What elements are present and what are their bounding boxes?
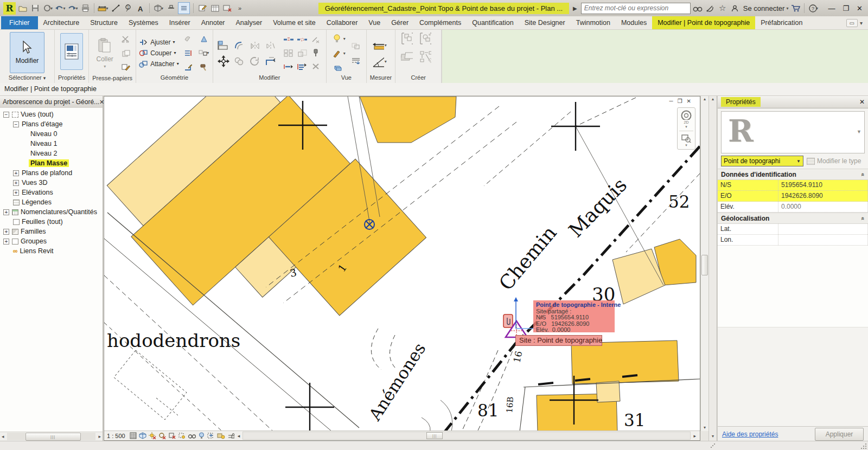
dropdown-arrow-icon[interactable]: ▾ [343,51,346,56]
panel-caption-selectionner[interactable]: Sélectionner ▾ [0,74,54,83]
building-s-pale[interactable] [596,381,620,402]
scroll-down-icon[interactable]: ▾ [709,433,717,440]
move-icon[interactable] [218,56,229,67]
temporary-hide-icon[interactable] [197,432,206,440]
help-icon[interactable]: ?▾ [808,3,819,14]
project-browser-header[interactable]: Arborescence du projet - Géoré... ✕ [0,96,103,108]
array-icon[interactable] [283,48,295,59]
thin-lines-icon[interactable] [178,2,190,14]
scroll-right-icon[interactable]: ▸ [692,433,697,439]
tab-gerer[interactable]: Gérer [386,16,414,29]
property-value[interactable] [778,235,868,245]
tab-structure[interactable]: Structure [85,16,123,29]
properties-header[interactable]: Propriétés ✕ [718,96,868,108]
tree-item-vues-3d[interactable]: +Vues 3D [0,178,103,188]
dropdown-arrow-icon[interactable]: ▾ [385,59,387,64]
tab-quantification[interactable]: Quantification [467,16,519,29]
section-donnees-identification[interactable]: Données d'identification « [718,169,868,180]
property-row-elev[interactable]: Elév. 0.0000 [718,202,868,213]
tree-item-legendes[interactable]: Légendes [0,197,103,207]
override-lines-icon[interactable] [350,55,362,66]
property-row-eo[interactable]: E/O 1942626.8090 [718,191,868,202]
tab-systemes[interactable]: Systèmes [123,16,164,29]
close-icon[interactable]: ✕ [857,4,863,12]
type-selector[interactable]: Point de topographi ▼ [721,156,803,166]
close-icon[interactable]: ✕ [859,98,865,106]
trim-extend-single-icon[interactable] [283,61,295,72]
panel-caption-mesurer[interactable]: Mesurer [367,74,395,83]
angle-dimension-icon[interactable] [372,56,384,67]
more-chevron-icon[interactable]: » [234,3,245,14]
view-restore-icon[interactable]: ❐ [678,98,682,104]
match-type-icon[interactable] [120,62,132,73]
split-element-icon[interactable] [283,34,295,45]
tab-volume-et-site[interactable]: Volume et site [267,16,321,29]
scroll-left-icon[interactable]: ◂ [0,434,6,439]
collapse-icon[interactable]: − [3,112,9,118]
active-view-highlight[interactable]: Plan Masse [29,159,69,167]
default-3d-view-icon[interactable]: ▾ [153,3,164,14]
collapse-icon[interactable]: − [13,121,19,127]
scrollbar-track[interactable]: ||| [7,433,96,440]
schedule-icon[interactable] [209,3,220,14]
properties-scroll-strip[interactable]: ▴ ▾ [709,96,717,441]
property-value[interactable] [778,224,868,234]
scroll-up-icon[interactable]: ▴ [701,96,709,102]
reveal-hidden-icon[interactable] [188,432,196,440]
dropdown-arrow-icon[interactable]: ▾ [75,6,78,11]
dropdown-arrow-icon[interactable]: ▾ [685,125,687,129]
align-icon[interactable] [218,40,229,51]
cope-button[interactable]: Ajuster ▾ [139,38,179,46]
mirror-axis-icon[interactable] [249,40,261,51]
dropdown-arrow-icon[interactable]: ▾ [104,64,106,69]
view-lightbulb-icon[interactable] [331,34,343,44]
account-icon[interactable] [730,3,741,14]
shadows-off-icon[interactable] [158,432,167,440]
cut-geometry-button[interactable]: Couper ▾ [139,49,179,57]
hide-box-icon[interactable] [331,63,343,74]
tab-inserer[interactable]: Insérer [164,16,196,29]
undo-icon[interactable]: ▾ [55,3,66,14]
resize-grip-icon[interactable] [860,442,867,449]
crop-view-off-icon[interactable] [168,432,176,440]
tree-item-plan-masse[interactable]: Plan Masse [0,158,103,168]
dropdown-arrow-icon[interactable]: ▾ [106,6,108,11]
sketch-icon[interactable] [197,3,208,14]
property-value[interactable]: 5195654.9110 [778,180,868,190]
demolish-hammer-icon[interactable] [198,62,210,73]
tab-prefabrication[interactable]: Préfabrication [755,16,808,29]
print-icon[interactable] [80,3,91,14]
redo-icon[interactable]: ▾ [67,3,78,14]
dropdown-arrow-icon[interactable]: ▾ [173,40,175,44]
dropdown-arrow-icon[interactable]: ▾ [161,6,163,11]
chevron-down-icon[interactable]: ▼ [796,159,801,164]
expand-icon[interactable]: + [13,170,19,176]
create-parts-icon[interactable] [419,52,431,62]
pin-clip-icon[interactable] [503,314,513,327]
tree-item-familles[interactable]: +Familles [0,227,103,236]
tab-twinmotion[interactable]: Twinmotion [571,16,616,29]
steering-wheel-icon[interactable] [680,110,692,120]
search-input[interactable] [581,3,691,14]
offset-icon[interactable] [233,40,245,51]
property-value[interactable]: 1942626.8090 [778,191,868,201]
title-arrow-icon[interactable]: ▶ [573,5,577,11]
dropdown-arrow-icon[interactable]: ▾ [207,50,209,55]
collapse-chevron-icon[interactable]: « [860,216,866,220]
expand-icon[interactable]: + [3,229,9,235]
panel-resize-grip-icon[interactable] [710,442,716,449]
show-crop-icon[interactable] [178,432,186,440]
dropdown-arrow-icon[interactable]: ▾ [385,43,387,48]
collapse-chevron-icon[interactable]: « [860,172,866,176]
view-minimize-icon[interactable]: ─ [669,98,673,104]
panel-caption-geometrie[interactable]: Géométrie [136,74,213,83]
property-row-lat[interactable]: Lat. [718,224,868,235]
scroll-down-icon[interactable]: ▾ [701,425,709,431]
section-geolocalisation[interactable]: Géolocalisation « [718,213,868,224]
measure-tool-icon[interactable] [372,40,384,51]
ribbon-collapse-arrow-icon[interactable]: ▾ [860,20,863,26]
dropdown-arrow-icon[interactable]: ▼ [857,129,861,134]
visual-style-icon[interactable] [139,432,147,440]
panel-caption-modifier[interactable]: Modifier [213,74,326,83]
tab-vue[interactable]: Vue [363,16,386,29]
